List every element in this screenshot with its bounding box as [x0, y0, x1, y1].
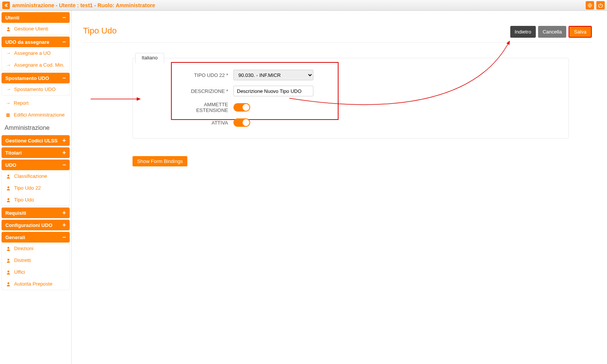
panel-configurazioni-udo: Configurazioni UDO + [2, 220, 70, 230]
svg-point-9 [8, 198, 10, 200]
ammette-estensione-toggle[interactable] [233, 103, 250, 112]
sidebar-item-label: Spostamento UDO [14, 86, 56, 92]
user-icon [6, 27, 11, 31]
sidebar-item-label: Report [14, 100, 29, 106]
back-button[interactable]: Indietro [510, 26, 536, 38]
sidebar-item-label: Assegnare a UO [14, 50, 51, 56]
svg-rect-2 [6, 113, 10, 117]
form-card: Italiano TIPO UDO 22 * 90.030. - INF.MIC… [133, 58, 569, 139]
sidebar-item-gestione-utenti[interactable]: Gestione Utenti [2, 23, 69, 35]
plus-icon: + [62, 222, 66, 228]
minus-icon: – [62, 39, 66, 45]
topbar-title: amministrazione - Utente : test1 - Ruolo… [12, 2, 155, 8]
show-form-bindings-button[interactable]: Show Form Bindings [133, 156, 187, 166]
sidebar: Utenti – Gestione Utenti UDO da assegnar… [0, 11, 72, 364]
minus-icon: – [62, 234, 66, 240]
sidebar-item-label: Uffici [14, 269, 25, 275]
sidebar-item-label: Distretti [14, 257, 31, 263]
panel-udo: UDO – Classificazione Tipo Udo 22 Tipo U… [2, 160, 70, 206]
arrow-right-icon: → [5, 100, 11, 106]
panel-header-titolari[interactable]: Titolari + [2, 147, 70, 158]
sidebar-item-assegnare-uo[interactable]: → Assegnare a UO [2, 47, 69, 59]
user-icon [6, 198, 11, 202]
panel-header-generali[interactable]: Generali – [2, 232, 70, 243]
sidebar-item-tipo-udo-22[interactable]: Tipo Udo 22 [2, 182, 69, 194]
svg-rect-4 [8, 114, 9, 115]
building-icon [5, 113, 11, 117]
panel-udo-assegnare: UDO da assegnare – → Assegnare a UO → As… [2, 37, 70, 71]
field-label-attiva: ATTIVA [171, 120, 228, 126]
user-icon [6, 186, 11, 190]
main-content: Tipo Udo Indietro Cancella Salva Italian… [72, 11, 607, 364]
user-icon [6, 258, 11, 263]
minus-icon: – [62, 75, 66, 81]
panel-header-gestione-codici[interactable]: Gestione Codici ULSS + [2, 135, 70, 146]
panel-titolari: Titolari + [2, 147, 70, 158]
panel-spostamento-udo: Spostamento UDO – → Spostamento UDO [2, 73, 70, 96]
topbar: amministrazione - Utente : test1 - Ruolo… [0, 0, 607, 11]
plus-icon: + [62, 150, 66, 156]
page-title: Tipo Udo [83, 26, 117, 36]
cancel-button[interactable]: Cancella [538, 26, 567, 38]
plus-icon: + [62, 210, 66, 216]
tipo-udo-22-select[interactable]: 90.030. - INF.MICR [233, 70, 313, 80]
field-label-descrizione: DESCRIZIONE * [171, 88, 228, 94]
sidebar-item-distretti[interactable]: Distretti [2, 254, 69, 266]
arrow-right-icon: → [6, 86, 11, 92]
sidebar-item-label: Tipo Udo 22 [14, 185, 41, 191]
svg-point-7 [8, 174, 10, 176]
user-icon [6, 270, 11, 275]
sidebar-item-tipo-udo[interactable]: Tipo Udo [2, 194, 69, 206]
svg-point-10 [8, 247, 10, 249]
globe-icon[interactable] [586, 1, 594, 10]
user-icon [6, 246, 11, 251]
sidebar-item-label: Gestione Utenti [14, 26, 48, 32]
svg-point-13 [8, 282, 10, 284]
panel-header-requisiti[interactable]: Requisiti + [2, 208, 70, 218]
svg-point-11 [8, 259, 10, 260]
sidebar-item-report[interactable]: → Report [2, 97, 70, 109]
panel-requisiti: Requisiti + [2, 208, 70, 218]
language-tab[interactable]: Italiano [135, 53, 164, 63]
panel-header-spostamento-udo[interactable]: Spostamento UDO – [2, 73, 70, 83]
minus-icon: – [62, 162, 66, 168]
panel-header-udo[interactable]: UDO – [2, 160, 70, 170]
sidebar-item-label: Direzioni [14, 246, 34, 251]
svg-rect-6 [8, 115, 9, 116]
arrow-right-icon: → [6, 62, 11, 68]
svg-rect-3 [7, 114, 8, 115]
panel-generali: Generali – Direzioni Distretti Uffici [2, 232, 70, 290]
plus-icon: + [62, 137, 66, 144]
sidebar-item-label: Tipo Udo [14, 197, 34, 203]
sidebar-item-label: Edifici Amministrazione [14, 112, 65, 118]
sidebar-item-classificazione[interactable]: Classificazione [2, 170, 69, 182]
svg-point-8 [8, 186, 10, 188]
sidebar-item-autorita[interactable]: Autorita Preposte [2, 278, 69, 290]
sidebar-item-direzioni[interactable]: Direzioni [2, 243, 69, 254]
attiva-toggle[interactable] [233, 118, 250, 127]
arrow-right-icon: → [6, 50, 11, 56]
minus-icon: – [62, 14, 66, 21]
user-icon [6, 174, 11, 179]
user-icon [6, 282, 11, 286]
panel-header-utenti[interactable]: Utenti – [2, 12, 70, 23]
sidebar-section-title: Amministrazione [2, 121, 70, 135]
sidebar-item-assegnare-cod-min[interactable]: → Assegnare a Cod. Min. [2, 59, 69, 71]
sidebar-item-spostamento-udo[interactable]: → Spostamento UDO [2, 83, 69, 95]
sidebar-item-uffici[interactable]: Uffici [2, 266, 69, 278]
panel-header-configurazioni[interactable]: Configurazioni UDO + [2, 220, 70, 230]
power-icon[interactable] [596, 1, 605, 10]
panel-gestione-codici: Gestione Codici ULSS + [2, 135, 70, 146]
svg-point-12 [8, 270, 10, 272]
svg-rect-5 [7, 115, 8, 116]
panel-utenti: Utenti – Gestione Utenti [2, 12, 70, 35]
svg-point-1 [8, 27, 10, 29]
field-label-ammette-estensione: AMMETTE ESTENSIONE [171, 102, 228, 113]
panel-header-udo-assegnare[interactable]: UDO da assegnare – [2, 37, 70, 47]
sidebar-item-label: Assegnare a Cod. Min. [14, 62, 64, 68]
sidebar-item-label: Autorita Preposte [14, 281, 52, 287]
sidebar-item-edifici[interactable]: Edifici Amministrazione [2, 109, 70, 121]
descrizione-input[interactable] [233, 86, 313, 96]
sidebar-collapse-button[interactable] [2, 2, 10, 9]
save-button[interactable]: Salva [569, 26, 592, 38]
